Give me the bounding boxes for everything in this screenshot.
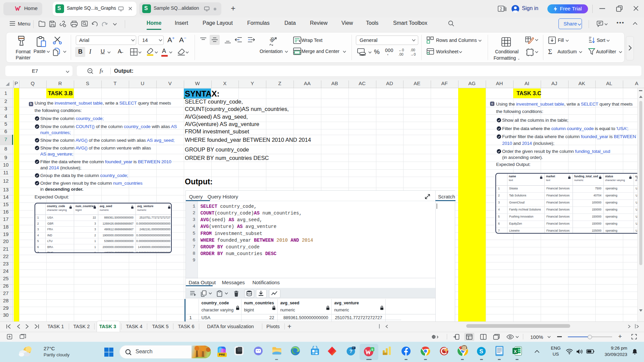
svg-text:S: S	[371, 348, 373, 351]
svg-text:S: S	[479, 348, 483, 355]
svg-text:X: X	[514, 349, 517, 354]
svg-text:?: ?	[349, 348, 352, 354]
